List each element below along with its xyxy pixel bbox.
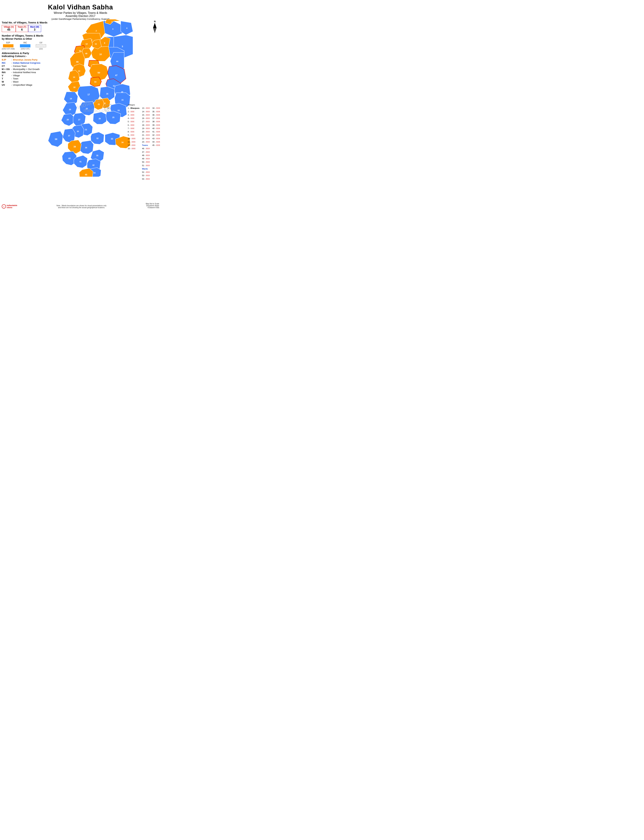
w53: 53 - XXX	[142, 174, 150, 177]
uv-swatch	[36, 44, 46, 48]
stats-boxes: Village (V) 45 Town (T) 6 Ward (W) 3	[2, 25, 51, 32]
abbr-mog-val: Municipallity + Out Growth	[13, 68, 39, 71]
svg-text:8: 8	[104, 42, 105, 44]
t50: 50 - XXX	[142, 160, 150, 164]
svg-text:24: 24	[118, 109, 120, 112]
inc-legend: INC (XXV+XT)	[20, 41, 30, 50]
uv-legend-label: UV	[36, 41, 46, 44]
v36: 36 - XXX	[152, 113, 160, 117]
v10: 10 - XXX	[128, 137, 140, 140]
town-label: Town (T)	[18, 26, 26, 28]
svg-text:52: 52	[79, 50, 81, 52]
svg-text:47: 47	[115, 74, 118, 77]
svg-text:32: 32	[96, 137, 99, 140]
svg-text:12: 12	[85, 43, 88, 45]
town-val: 6	[18, 28, 26, 31]
svg-text:54: 54	[94, 81, 97, 83]
page-title: Kalol Vidhan Sabha	[2, 3, 159, 11]
logo-text: indiastatelections	[7, 204, 17, 209]
logo-circle: i	[2, 204, 6, 209]
svg-text:1: 1	[112, 21, 112, 23]
svg-text:37: 37	[68, 135, 70, 137]
village-list-panel: Villages 1 - Bhavpura 2 - XXX 3 - XXX 4 …	[128, 103, 160, 181]
abbr-t-key: T	[2, 77, 12, 80]
bjp-formula: (XXV+XT+XW)	[2, 48, 15, 50]
v7: 7 - XXX	[128, 127, 140, 130]
north-arrow: N	[151, 20, 158, 33]
v39: 39 - XXX	[152, 123, 160, 127]
abbr-bjp-val: Bharatiya Janata Party	[13, 58, 38, 61]
svg-text:27: 27	[78, 118, 80, 121]
abbr-mog-key: M + OG	[2, 68, 12, 71]
svg-text:50: 50	[98, 71, 100, 74]
village-col-3: 34 - XXX 35 - XXX 36 - XXX 37 - XXX 38 -…	[152, 103, 160, 181]
uv-formula: (1V)	[36, 48, 46, 50]
svg-text:35: 35	[96, 155, 98, 156]
svg-text:17: 17	[87, 94, 90, 96]
v41: 41 - XXX	[152, 130, 160, 133]
north-label: N	[151, 20, 158, 23]
bjp-legend: BJP (XXV+XT+XW)	[2, 41, 15, 50]
v1: 1 - Bhavpura	[128, 107, 140, 110]
bjp-legend-label: BJP	[2, 41, 15, 44]
svg-marker-0	[102, 21, 122, 37]
abbr-ct: CT - Census Town	[2, 65, 51, 67]
bjp-swatch	[3, 44, 13, 48]
village-stat-box: Village (V) 45	[2, 25, 16, 32]
v8: 8 - XXX	[128, 130, 140, 133]
parties-title: Number of Villages, Towns & Wardsby Winn…	[2, 34, 51, 40]
v15: 15 - XXX	[142, 113, 150, 117]
copyright: ©Datanet India	[146, 207, 159, 209]
v23: 23 - XXX	[142, 140, 150, 144]
ward-label: Ward (W)	[30, 26, 39, 28]
svg-text:40: 40	[68, 157, 71, 160]
svg-text:11: 11	[95, 43, 97, 45]
svg-text:16: 16	[106, 93, 108, 95]
v19: 19 - XXX	[142, 127, 150, 130]
t48: 48 - XXX	[142, 154, 150, 157]
abbr-bjp: BJP - Bharatiya Janata Party	[2, 58, 51, 61]
svg-text:34: 34	[122, 141, 124, 143]
party-legend: BJP (XXV+XT+XW) INC (XXV+XT) UV (1V)	[2, 41, 51, 50]
v40: 40 - XXX	[152, 127, 160, 130]
v16: 16 - XXX	[142, 117, 150, 120]
inc-legend-label: INC	[20, 41, 30, 44]
svg-text:41: 41	[79, 161, 82, 163]
v9: 9 - XXX	[128, 133, 140, 137]
v44: 44 - XXX	[152, 140, 160, 144]
svg-text:43: 43	[94, 172, 95, 174]
svg-text:42: 42	[92, 164, 94, 166]
svg-text:46: 46	[76, 61, 79, 63]
v43: 43 - XXX	[152, 137, 160, 140]
abbr-title: Abbreviations & PartyIndicating Colours:…	[2, 52, 51, 58]
footer-note: Note : Wards boundaries are shown for vi…	[56, 205, 107, 209]
map-svg: 3 4 2 1 5 6 7 8 9	[47, 19, 133, 177]
abbr-ina-key: INA	[2, 71, 12, 74]
v21: 21 - XXX	[142, 133, 150, 137]
villages-heading: Villages	[128, 103, 140, 107]
abbr-w: W - Ward	[2, 81, 51, 83]
abbr-ina: INA - Industrial Notified Area	[2, 71, 51, 74]
abbr-inc-key: INC	[2, 62, 12, 64]
v37: 37 - XXX	[152, 117, 160, 120]
v14: 14 - XXX	[142, 110, 150, 113]
svg-text:45: 45	[85, 174, 87, 176]
abbr-v: V - Village	[2, 74, 51, 77]
t51: 51 - XXX	[142, 164, 150, 167]
v6: 6 - XXX	[128, 123, 140, 127]
svg-text:39: 39	[74, 146, 76, 148]
t49: 49 - XXX	[142, 157, 150, 160]
svg-text:38: 38	[55, 138, 57, 140]
map-area: 3 4 2 1 5 6 7 8 9	[47, 19, 133, 177]
t46: 46 - XXX	[142, 147, 150, 150]
svg-text:15: 15	[122, 99, 123, 101]
v4: 4 - XXX	[128, 117, 140, 120]
uv-legend: UV (1V)	[36, 41, 46, 50]
svg-text:4: 4	[126, 27, 128, 29]
v45: 45 - XXX	[152, 144, 160, 147]
v34: 34 - XXX	[152, 107, 160, 110]
footer-right: Map Not to Scale Disclaimer Apply ©Datan…	[146, 203, 159, 209]
abbr-bjp-key: BJP	[2, 58, 12, 61]
subtitle-2: Assembly Election 2017	[2, 15, 159, 18]
abbr-w-key: W	[2, 81, 12, 83]
